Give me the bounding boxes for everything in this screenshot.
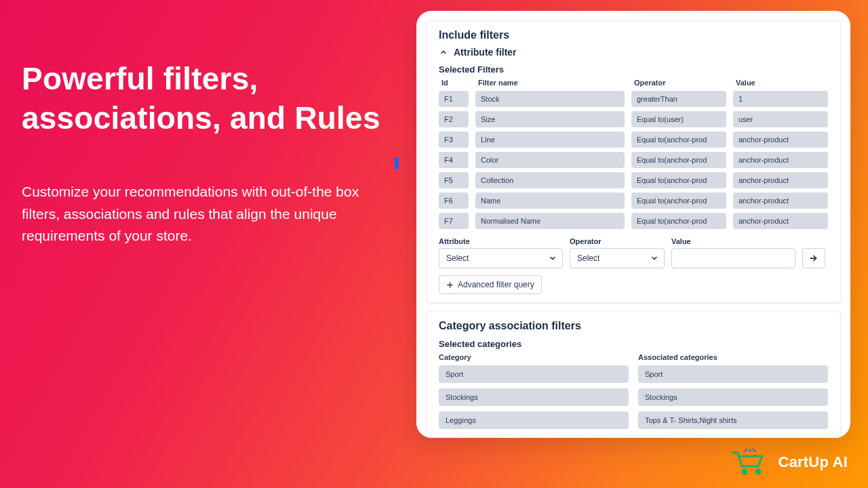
filter-row[interactable]: F6NameEqual to(anchor-prodanchor-product <box>439 192 828 209</box>
brand-name: CartUp AI <box>778 453 848 471</box>
advanced-filter-button[interactable]: Advanced filter query <box>439 275 542 294</box>
filter-row[interactable]: F7Normalised NameEqual to(anchor-prodanc… <box>439 213 828 229</box>
marketing-slide: Powerful filters, associations, and Rule… <box>0 0 868 488</box>
filter-operator: Equal to(anchor-prod <box>631 152 726 168</box>
attribute-filter-label: Attribute filter <box>454 47 517 58</box>
filter-name: Size <box>475 111 625 127</box>
filter-operator: greaterThan <box>631 91 726 107</box>
svg-point-3 <box>743 470 747 474</box>
category-name: Sport <box>439 365 629 383</box>
advanced-filter-label: Advanced filter query <box>458 280 534 289</box>
filter-name: Stock <box>475 91 625 107</box>
filter-id: F1 <box>439 91 469 107</box>
filter-name: Line <box>475 131 625 148</box>
category-card-title: Category association filters <box>439 320 828 332</box>
filter-operator: Equal to(anchor-prod <box>631 172 726 188</box>
cart-icon <box>731 449 769 476</box>
associated-name: Tops & T- Shirts,Night shirts <box>638 411 828 429</box>
chevron-down-icon <box>549 254 557 262</box>
brand: CartUp AI <box>731 449 848 476</box>
categories-body: SportSportStockingsStockingsLeggingsTops… <box>439 365 828 429</box>
operator-select[interactable]: Select <box>570 248 665 268</box>
svg-point-4 <box>756 470 760 474</box>
svg-line-5 <box>745 449 747 451</box>
operator-select-value: Select <box>577 253 599 263</box>
chevron-up-icon <box>439 47 448 57</box>
filter-id: F4 <box>439 152 469 168</box>
filter-id: F2 <box>439 111 469 127</box>
include-filters-title: Include filters <box>439 29 828 41</box>
col-name: Filter name <box>475 79 625 87</box>
value-input[interactable] <box>671 248 795 268</box>
filter-row[interactable]: F2SizeEqual to(user)user <box>439 111 828 127</box>
category-name: Stockings <box>439 388 629 406</box>
col-value: Value <box>733 79 828 87</box>
filter-id: F7 <box>439 213 469 229</box>
associated-name: Sport <box>638 365 828 383</box>
filter-value: anchor-product <box>733 131 828 148</box>
filter-value: user <box>733 111 828 127</box>
filter-operator: Equal to(anchor-prod <box>631 131 726 148</box>
associated-name: Stockings <box>638 388 828 406</box>
filter-name: Collection <box>475 172 625 188</box>
col-category: Category <box>439 353 629 361</box>
category-row[interactable]: StockingsStockings <box>439 388 828 406</box>
plus-icon <box>446 281 454 289</box>
filter-row[interactable]: F4ColorEqual to(anchor-prodanchor-produc… <box>439 152 828 168</box>
filter-row[interactable]: F1StockgreaterThan1 <box>439 91 828 107</box>
attribute-filter-accordion[interactable]: Attribute filter <box>439 47 828 58</box>
filter-value: anchor-product <box>733 172 828 188</box>
hero-title: Powerful filters, associations, and Rule… <box>22 60 388 138</box>
filter-operator: Equal to(anchor-prod <box>631 213 726 229</box>
filter-value: anchor-product <box>733 152 828 168</box>
filter-id: F5 <box>439 172 469 188</box>
builder-attribute-label: Attribute <box>439 237 563 245</box>
category-header-row: Category Associated categories <box>439 353 828 361</box>
svg-line-7 <box>753 449 755 451</box>
filter-operator: Equal to(anchor-prod <box>631 192 726 209</box>
arrow-right-icon <box>809 253 818 263</box>
filter-name: Name <box>475 192 625 209</box>
filter-builder: Attribute Select Operator Select <box>439 237 828 268</box>
filter-row[interactable]: F3LineEqual to(anchor-prodanchor-product <box>439 131 828 148</box>
filter-operator: Equal to(user) <box>631 111 726 127</box>
category-row[interactable]: SportSport <box>439 365 828 383</box>
filter-value: anchor-product <box>733 192 828 209</box>
filter-id: F3 <box>439 131 469 148</box>
builder-value-label: Value <box>671 237 795 245</box>
selected-categories-heading: Selected categories <box>439 339 828 349</box>
hero-subtitle: Customize your recommendations with out-… <box>22 181 374 247</box>
filter-row[interactable]: F5CollectionEqual to(anchor-prodanchor-p… <box>439 172 828 188</box>
filter-name: Normalised Name <box>475 213 625 229</box>
col-id: Id <box>439 79 469 87</box>
filter-value: anchor-product <box>733 213 828 229</box>
include-filters-card: Include filters Attribute filter Selecte… <box>426 20 841 303</box>
filter-id: F6 <box>439 192 469 209</box>
category-row[interactable]: LeggingsTops & T- Shirts,Night shirts <box>439 411 828 429</box>
builder-operator-label: Operator <box>570 237 665 245</box>
filter-value: 1 <box>733 91 828 107</box>
category-association-card: Category association filters Selected ca… <box>426 311 841 438</box>
add-filter-button[interactable] <box>802 248 825 268</box>
col-associated: Associated categories <box>638 353 828 361</box>
category-name: Leggings <box>439 411 629 429</box>
hero: Powerful filters, associations, and Rule… <box>22 60 388 247</box>
filters-body: F1StockgreaterThan1F2SizeEqual to(user)u… <box>439 91 828 229</box>
filter-name: Color <box>475 152 625 168</box>
app-panel: Include filters Attribute filter Selecte… <box>416 11 850 438</box>
col-operator: Operator <box>631 79 726 87</box>
side-handle <box>395 157 399 169</box>
attribute-select[interactable]: Select <box>439 248 563 268</box>
filters-header-row: Id Filter name Operator Value <box>439 79 828 87</box>
chevron-down-icon <box>650 254 658 262</box>
selected-filters-heading: Selected Filters <box>439 64 828 75</box>
attribute-select-value: Select <box>446 253 469 263</box>
